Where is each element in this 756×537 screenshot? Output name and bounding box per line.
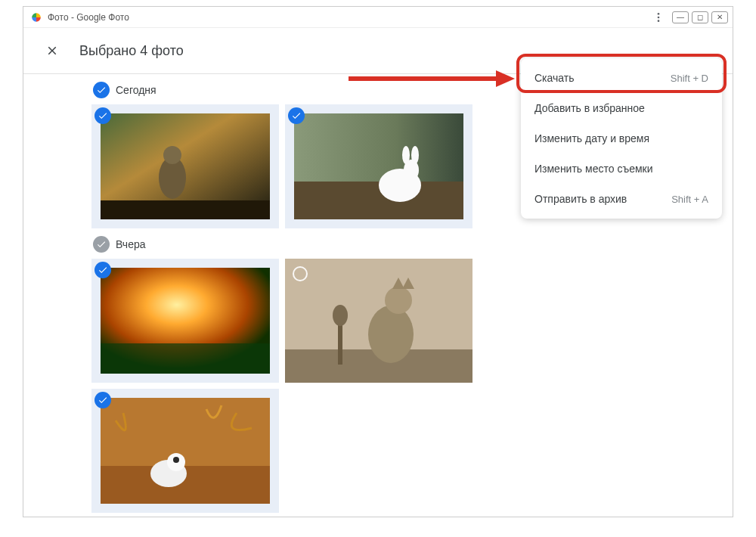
date-group-label: Вчера [116,238,146,250]
check-icon[interactable] [94,107,111,124]
maximize-button[interactable]: ◻ [692,11,708,23]
check-icon[interactable] [94,262,111,278]
svg-rect-6 [101,200,270,219]
menu-item-shortcut: Shift + D [671,73,708,84]
check-icon[interactable] [288,107,305,124]
group-select-toggle[interactable] [93,236,110,253]
menu-item-label: Изменить место съемки [534,163,653,175]
svg-point-11 [402,146,410,164]
svg-rect-8 [294,182,463,219]
menu-item-label: Изменить дату и время [534,132,649,144]
photo-image [101,113,270,219]
photo-row [91,259,665,513]
photo-thumbnail[interactable] [91,259,279,383]
photo-image [294,113,463,219]
photo-thumbnail[interactable] [285,104,472,228]
close-window-button[interactable]: ✕ [711,11,728,23]
photo-thumbnail[interactable] [285,259,472,383]
svg-rect-21 [338,323,342,365]
menu-item-download[interactable]: Скачать Shift + D [521,63,722,93]
minimize-button[interactable]: — [672,11,689,23]
photo-thumbnail[interactable] [91,389,279,513]
svg-point-5 [163,146,181,164]
overflow-menu-button[interactable] [649,8,668,26]
svg-point-27 [173,457,179,463]
window-controls: — ◻ ✕ [672,11,728,23]
svg-point-2 [658,20,660,22]
svg-point-0 [658,13,660,15]
check-icon[interactable] [94,392,111,408]
photo-image [101,268,270,374]
date-group-label: Сегодня [116,84,156,96]
menu-item-edit-datetime[interactable]: Изменить дату и время [521,123,722,154]
selection-count-label: Выбрано 4 фото [79,43,184,59]
svg-rect-14 [101,343,270,374]
close-selection-button[interactable] [43,42,61,60]
menu-item-favorite[interactable]: Добавить в избранное [521,93,722,123]
menu-item-label: Отправить в архив [534,193,627,205]
svg-point-17 [368,306,414,363]
svg-point-18 [385,287,412,314]
photo-image [285,259,472,383]
titlebar: Фото - Google Фото — ◻ ✕ [23,7,733,28]
svg-point-12 [411,146,419,164]
menu-item-label: Скачать [534,72,575,84]
photo-thumbnail[interactable] [91,104,279,228]
svg-point-22 [333,305,348,326]
context-menu: Скачать Shift + D Добавить в избранное И… [521,58,722,219]
menu-item-edit-location[interactable]: Изменить место съемки [521,154,722,184]
window-title: Фото - Google Фото [48,12,649,23]
menu-item-shortcut: Shift + A [671,194,708,205]
svg-point-1 [658,16,660,18]
photo-image [101,398,270,504]
date-group-header: Вчера [93,236,665,253]
menu-item-archive[interactable]: Отправить в архив Shift + A [521,184,722,214]
unchecked-circle-icon[interactable] [293,266,308,281]
menu-item-label: Добавить в избранное [534,102,645,114]
group-select-toggle[interactable] [93,82,110,98]
google-photos-logo-icon [31,12,42,23]
app-window: Фото - Google Фото — ◻ ✕ Выбрано 4 фото … [23,6,733,517]
